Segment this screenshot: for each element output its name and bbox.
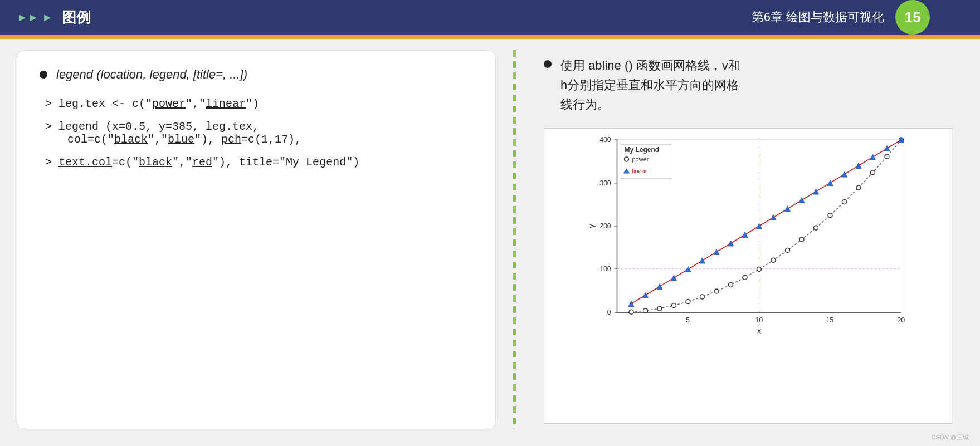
right-panel: 使用 abline () 函数画网格线，v和 h分别指定垂直和水平方向的网格 线… xyxy=(533,50,963,429)
svg-point-42 xyxy=(871,170,875,174)
svg-point-33 xyxy=(743,275,747,280)
svg-point-31 xyxy=(714,289,719,293)
svg-point-67 xyxy=(625,157,629,161)
right-text: 使用 abline () 函数画网格线，v和 h分别指定垂直和水平方向的网格 线… xyxy=(560,56,740,115)
svg-text:20: 20 xyxy=(898,316,905,324)
svg-point-28 xyxy=(672,303,676,307)
bullet-item-1: legend (location, legend, [title=, ...]) xyxy=(40,67,473,82)
svg-text:400: 400 xyxy=(599,136,611,144)
arrows-icon: ►► ► xyxy=(17,11,53,24)
legend-syntax: legend (location, legend, [title=, ...]) xyxy=(56,67,247,82)
svg-text:My Legend: My Legend xyxy=(625,146,660,154)
prompt-3: > xyxy=(45,156,58,169)
watermark: CSDN @三城 xyxy=(932,433,969,442)
prompt-2: > xyxy=(45,120,58,133)
main-content: legend (location, legend, [title=, ...])… xyxy=(0,39,980,435)
svg-point-35 xyxy=(771,258,776,262)
prompt-1: > xyxy=(45,97,58,110)
right-bullet-dot xyxy=(544,60,552,68)
page-number: 15 xyxy=(895,0,930,35)
header-left: ►► ► 图例 xyxy=(0,0,701,35)
svg-point-43 xyxy=(885,154,889,159)
svg-point-41 xyxy=(856,185,861,190)
code-legend-params: col=c("black","blue"), pch=c(1,17), xyxy=(45,133,301,146)
code-legend-call: legend (x=0.5, y=385, leg.tex, xyxy=(58,120,259,133)
svg-text:power: power xyxy=(632,156,649,163)
svg-text:100: 100 xyxy=(599,265,611,273)
svg-text:5: 5 xyxy=(686,316,690,324)
svg-point-34 xyxy=(757,267,762,271)
right-bullet-1: 使用 abline () 函数画网格线，v和 h分别指定垂直和水平方向的网格 线… xyxy=(544,56,952,115)
svg-text:10: 10 xyxy=(755,316,763,324)
svg-text:x: x xyxy=(757,326,761,335)
svg-text:y: y xyxy=(587,224,596,228)
svg-point-27 xyxy=(657,306,662,311)
svg-point-37 xyxy=(799,237,804,242)
chapter-label: 第6章 绘图与数据可视化 xyxy=(752,9,884,26)
header: ►► ► 图例 第6章 绘图与数据可视化 15 xyxy=(0,0,980,35)
chart-container: 0 100 200 300 400 5 10 xyxy=(544,128,952,424)
svg-text:15: 15 xyxy=(826,316,834,324)
svg-point-39 xyxy=(828,213,832,217)
svg-text:200: 200 xyxy=(599,222,611,230)
svg-text:300: 300 xyxy=(599,179,611,187)
code-textcol: text.col=c("black","red"), title="My Leg… xyxy=(58,156,359,169)
svg-text:linear: linear xyxy=(632,168,647,174)
left-panel: legend (location, legend, [title=, ...])… xyxy=(17,50,496,429)
svg-point-30 xyxy=(700,295,705,299)
svg-point-36 xyxy=(786,248,790,252)
header-title: 图例 xyxy=(62,8,91,27)
code-block-3: > text.col=c("black","red"), title="My L… xyxy=(40,156,473,169)
code-block-2: > legend (x=0.5, y=385, leg.tex, col=c("… xyxy=(40,120,473,146)
header-right: 第6章 绘图与数据可视化 15 xyxy=(701,0,980,35)
divider-vertical xyxy=(513,50,516,429)
orange-bar xyxy=(0,35,980,39)
code-block-1: > leg.tex <- c("power","linear") xyxy=(40,97,473,110)
code-legtex: leg.tex <- c("power","linear") xyxy=(58,97,259,110)
svg-point-32 xyxy=(729,282,733,287)
svg-point-25 xyxy=(629,310,633,314)
svg-point-26 xyxy=(643,308,648,312)
svg-point-38 xyxy=(814,226,818,230)
chart-svg: 0 100 200 300 400 5 10 xyxy=(550,134,946,335)
svg-point-29 xyxy=(686,299,690,303)
svg-text:0: 0 xyxy=(607,308,611,316)
bullet-dot xyxy=(40,71,47,79)
svg-point-40 xyxy=(842,199,847,204)
